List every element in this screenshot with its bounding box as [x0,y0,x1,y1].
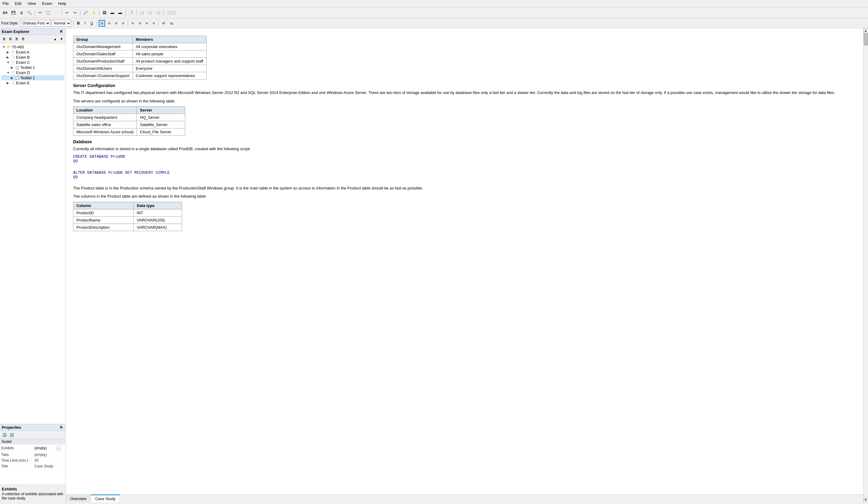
save-btn[interactable]: 💾 [10,9,17,16]
tree-item-examD[interactable]: ▼ 📄 Exam D [1,70,64,75]
tree-toggle-examB[interactable]: ▶ [7,55,11,59]
tree-toggle-examD[interactable]: ▼ [7,71,11,74]
subscript-btn[interactable]: x₂ [168,20,175,27]
find-btn[interactable]: 🔎 [82,9,90,16]
servers-col-location: Location [73,107,137,114]
indent-btn[interactable]: ≡ [144,20,149,27]
scroll-up-arrow[interactable]: ▲ [864,28,868,33]
prop-exhibits-btn[interactable]: … [55,445,61,451]
exam-tree: ▼ 📁 70-465 ▶ 📄 Exam A ▶ 📄 Exam B ▼ [0,43,65,424]
superscript-btn[interactable]: x² [161,20,167,27]
props-btn2[interactable]: 🔢 [9,432,15,438]
bold-btn[interactable]: B [75,20,82,27]
product-table: Column Data type ProductIDINTProductName… [73,202,182,231]
servers-cell: Cloud_File Server [137,128,185,136]
groups-row: OurDomain\AllUsersEveryone [73,65,207,72]
folder-icon: 📁 [7,45,11,49]
content-scroll[interactable]: Group Members OurDomain\ManagementAll co… [66,28,863,494]
prop-value-timelimit: 25 [33,458,65,463]
list-ol-btn[interactable]: ≡ [137,20,143,27]
exam-icon-b: 📄 [11,55,15,59]
align-right-btn[interactable]: ≡ [113,20,119,27]
tree-item-examE[interactable]: ▶ 📄 Exam E [1,80,64,85]
media2-btn[interactable]: ▬ [116,9,124,16]
image-btn[interactable]: 🖼 [101,9,108,16]
tree-item-examC[interactable]: ▼ 📄 Exam C [1,60,64,65]
undo-btn[interactable]: ↩ [63,9,71,16]
redo-btn[interactable]: ↪ [71,9,79,16]
groups-cell: All sales people [133,50,206,58]
menu-exam[interactable]: Exam [41,1,53,6]
servers-cell: HQ_Server [137,114,185,121]
exhibits-title: Exhibits [2,487,64,491]
underline-btn[interactable]: U [89,20,95,27]
font-style-select[interactable]: Ordinary Font [20,20,50,27]
outdent-btn[interactable]: ≡ [151,20,156,27]
props-btn1[interactable]: 🔤 [1,432,8,438]
font-size-select[interactable]: Normal [52,20,71,27]
tab-case-study[interactable]: Case Study [91,495,120,502]
groups-cell: All corporate executives [133,43,206,50]
align-justify-btn[interactable]: ≡ [120,20,126,27]
col2-btn[interactable]: ⬜ [146,9,154,16]
explorer-down-btn[interactable]: ▼ [59,36,64,42]
menu-help[interactable]: Help [57,1,68,6]
align-left-btn[interactable]: ≡ [99,20,105,27]
tree-label-root: 70-465 [12,45,24,49]
cut-btn[interactable]: ✂ [37,9,44,16]
print-preview-btn[interactable]: 🔍 [26,9,33,16]
properties-close[interactable]: ✕ [59,425,64,430]
paste-btn[interactable]: 📄 [53,9,60,16]
col3-btn[interactable]: ⬜ [154,9,162,16]
tree-toggle-examA[interactable]: ▶ [7,50,11,54]
align-center-btn[interactable]: ≡ [106,20,112,27]
menu-view[interactable]: View [26,1,37,6]
groups-row: OurDomain\SalesStaffAll sales people [73,50,207,58]
scroll-track[interactable] [864,33,868,497]
tree-item-examA[interactable]: ▶ 📄 Exam A [1,50,64,55]
properties-title: Properties [2,425,21,430]
explorer-btn2[interactable]: 🖹 [8,36,13,42]
product-cell: VARCHAR(MAX) [134,224,182,231]
tree-toggle-t1c[interactable]: ▶ [11,66,15,69]
exam-explorer-close[interactable]: ✕ [59,29,64,34]
tab-overview[interactable]: Overview [66,495,91,502]
scroll-thumb[interactable] [864,33,868,45]
database-title: Database [73,139,856,144]
print-btn[interactable]: 🖨 [18,9,25,16]
tree-item-testlet1d[interactable]: ▶ 📋 Testlet 1 [1,75,64,80]
tree-item-testlet1c[interactable]: ▶ 📋 Testlet 1 [1,65,64,70]
product-col-datatype: Data type [134,202,182,209]
col1-btn[interactable]: ⬜ [138,9,146,16]
merge-btn[interactable]: ⬜⬜ [165,9,177,16]
exam-explorer-title: Exam Explorer [2,29,29,34]
scroll-down-arrow[interactable]: ▼ [864,497,868,502]
menu-edit[interactable]: Edit [13,1,23,6]
copy-btn[interactable]: 📋 [44,9,52,16]
tree-item-examB[interactable]: ▶ 📄 Exam B [1,55,64,60]
exhibits-panel: Exhibits A collection of exhibits associ… [0,485,65,502]
italic-btn[interactable]: I [83,20,87,27]
tree-toggle-examC[interactable]: ▼ [7,61,11,64]
menu-file[interactable]: File [1,1,10,6]
tree-toggle-root[interactable]: ▼ [2,45,7,49]
code-line-3: ALTER DATABASE ProdDB SET RECOVERY SIMPL… [73,171,856,175]
explorer-up-btn[interactable]: ▲ [52,36,58,42]
explorer-btn3[interactable]: 🖹 [14,36,20,42]
tree-toggle-t1d[interactable]: ▶ [11,76,15,80]
prop-value-exhibits: (empty) [33,444,54,452]
tree-toggle-examE[interactable]: ▶ [7,81,11,85]
media-btn[interactable]: ▬ [109,9,116,16]
tree-label-examC: Exam C [16,60,30,65]
new-btn[interactable]: ⊞▾ [1,9,9,16]
toolbar: ⊞▾ 💾 🖨 🔍 ✂ 📋 📄 ↩ ↪ 🔎 ⚡ 🖼 ▬ ▬ 📝 ⬜ ⬜ ⬜ ⬜⬜ [0,7,868,18]
list-ul-btn[interactable]: ≡ [130,20,136,27]
tree-item-root[interactable]: ▼ 📁 70-465 [1,44,64,50]
servers-row: Microsoft Windows Azure (cloud)Cloud_Fil… [73,128,185,136]
tree-label-examA: Exam A [16,50,30,54]
explorer-btn4[interactable]: 🖹 [20,36,26,42]
sep1 [35,10,35,16]
flash-btn[interactable]: ⚡ [90,9,97,16]
explorer-btn1[interactable]: 🖹 [1,36,7,42]
edit-btn[interactable]: 📝 [127,9,135,16]
